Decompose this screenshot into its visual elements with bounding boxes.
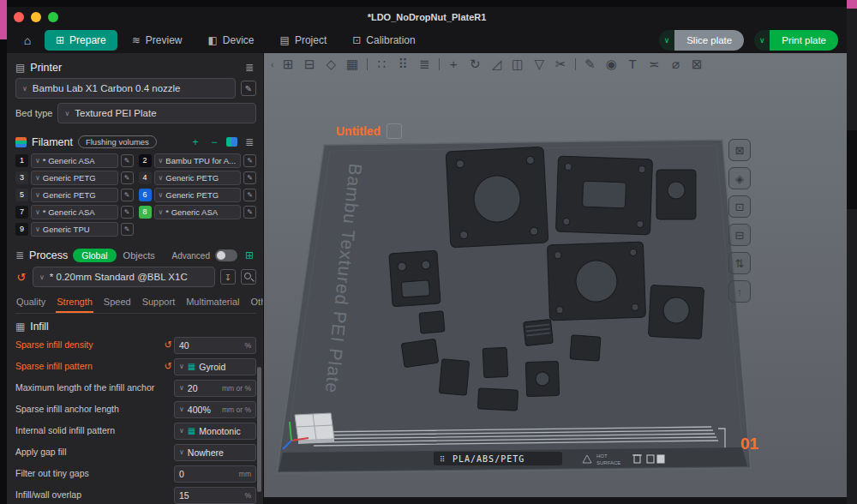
printer-settings-icon[interactable]: ≣	[243, 62, 256, 74]
model-small-part[interactable]	[439, 359, 469, 396]
param-select[interactable]: ∨Nowhere	[174, 444, 256, 461]
lay-on-face-icon[interactable]: ▽	[529, 53, 550, 75]
split-to-parts-icon[interactable]: ⠿	[393, 53, 414, 75]
process-objects-tab[interactable]: Objects	[123, 250, 155, 261]
param-tab-strength[interactable]: Strength	[56, 295, 93, 313]
close-button[interactable]	[14, 12, 24, 22]
model-flat-plate[interactable]	[555, 156, 652, 235]
plate-move-down-icon[interactable]: ⇅	[728, 252, 751, 274]
auto-orient-icon[interactable]: ◇	[321, 53, 342, 75]
filament-color-badge[interactable]: 6	[139, 189, 152, 201]
filament-select[interactable]: ∨* Generic ASA	[154, 205, 242, 219]
filament-select[interactable]: ∨Bambu TPU for A...	[154, 153, 242, 168]
model-small-part[interactable]	[570, 335, 601, 361]
remove-filament-icon[interactable]: −	[207, 136, 221, 148]
param-select[interactable]: ∨20mm or %	[174, 380, 256, 397]
move-icon[interactable]: +	[443, 53, 464, 75]
param-tab-multimaterial[interactable]: Multimaterial	[185, 295, 240, 313]
filament-edit-icon[interactable]: ✎	[121, 154, 134, 167]
scale-icon[interactable]: ◿	[486, 53, 507, 75]
filament-color-badge[interactable]: 5	[15, 189, 28, 201]
filament-select[interactable]: ∨Generic PETG	[31, 188, 118, 202]
filament-color-badge[interactable]: 9	[15, 223, 28, 236]
filament-select[interactable]: ∨Generic PETG	[154, 188, 242, 202]
plate-orient-icon[interactable]: ◈	[728, 167, 751, 189]
assembly-icon[interactable]: ⊠	[686, 53, 708, 75]
printer-select[interactable]: ∨ Bambu Lab X1 Carbon 0.4 nozzle	[15, 78, 236, 99]
filament-select[interactable]: ∨Generic PETG	[31, 171, 118, 185]
print-dropdown-chevron-icon[interactable]: ∨	[754, 30, 770, 51]
height-range-icon[interactable]: ≍	[644, 53, 665, 75]
filament-select[interactable]: ∨* Generic ASA	[31, 153, 118, 168]
tab-device[interactable]: ◧Device	[197, 30, 266, 51]
build-plate-scene[interactable]: Bambu Textured PEI Plate	[264, 53, 847, 497]
model-motor-plate-1[interactable]	[446, 147, 548, 248]
param-input[interactable]: 40%	[174, 337, 256, 354]
param-input[interactable]: 0mm	[174, 465, 256, 483]
model-bracket-right[interactable]	[648, 285, 704, 339]
add-filament-icon[interactable]: +	[189, 136, 202, 148]
tab-preview[interactable]: ≋Preview	[121, 30, 194, 51]
model-motor-plate-2[interactable]	[547, 242, 645, 321]
filament-edit-icon[interactable]: ✎	[121, 189, 134, 201]
seam-painting-icon[interactable]: ◉	[601, 53, 622, 75]
measure-icon[interactable]: ⌀	[665, 53, 686, 75]
model-bracket-left[interactable]	[389, 250, 440, 307]
split-to-objects-icon[interactable]: ∷	[371, 53, 393, 75]
plate-name-edit-icon[interactable]: ✎	[387, 123, 402, 139]
viewport-3d[interactable]: ‹ ⊞⊟◇▦∷⠿≣+↻◿◫▽✂✎◉T≍⌀⊠ Untitled ✎ Bambu T…	[264, 53, 847, 504]
plate-move-up-icon[interactable]: ↑	[728, 280, 751, 303]
toolbar-scroll-left-icon[interactable]: ‹	[271, 59, 274, 69]
slice-plate-button[interactable]: Slice plate	[674, 30, 744, 51]
filament-edit-icon[interactable]: ✎	[243, 154, 256, 167]
param-tab-quality[interactable]: Quality	[15, 295, 46, 313]
filament-color-badge[interactable]: 2	[139, 154, 152, 167]
filament-edit-icon[interactable]: ✎	[121, 223, 134, 236]
arrange-icon[interactable]: ▦	[342, 53, 363, 75]
ams-sync-icon[interactable]	[226, 137, 237, 147]
add-plate-icon[interactable]: ⊟	[299, 53, 321, 75]
add-object-icon[interactable]: ⊞	[278, 53, 299, 75]
zoom-button[interactable]	[48, 12, 58, 22]
minimize-button[interactable]	[31, 12, 41, 22]
sidebar-scrollbar[interactable]	[257, 367, 261, 492]
model-small-part[interactable]	[525, 361, 559, 396]
param-select[interactable]: ∨400%mm or %	[174, 401, 256, 418]
filament-edit-icon[interactable]: ✎	[243, 171, 256, 184]
model-small-part[interactable]	[419, 311, 445, 333]
model-ribbed-part[interactable]	[524, 319, 554, 345]
slice-dropdown-chevron-icon[interactable]: ∨	[659, 30, 674, 51]
param-tab-others[interactable]: Others	[250, 295, 264, 313]
text-tool-icon[interactable]: T	[622, 53, 644, 75]
filament-edit-icon[interactable]: ✎	[121, 171, 134, 184]
model-small-plate[interactable]	[656, 170, 696, 219]
reset-icon[interactable]: ↺	[162, 361, 174, 372]
model-small-part[interactable]	[477, 388, 518, 411]
printer-edit-icon[interactable]: ✎	[241, 81, 256, 96]
variable-layer-height-icon[interactable]: ≣	[414, 53, 435, 75]
mirror-icon[interactable]: ◫	[507, 53, 529, 75]
preset-reset-icon[interactable]: ↺	[15, 271, 27, 284]
tab-prepare[interactable]: ⊞Prepare	[45, 30, 117, 51]
plate-fit-icon[interactable]: ⊠	[728, 139, 751, 161]
bed-type-select[interactable]: ∨ Textured PEI Plate	[57, 103, 256, 123]
filament-color-badge[interactable]: 7	[15, 206, 28, 219]
filament-color-badge[interactable]: 1	[15, 154, 28, 167]
param-select[interactable]: ∨▦Monotonic	[174, 423, 256, 440]
plate-settings-icon[interactable]: ⊟	[728, 224, 751, 246]
filament-color-badge[interactable]: 8	[139, 206, 152, 219]
cut-icon[interactable]: ✂	[550, 53, 572, 75]
filament-edit-icon[interactable]: ✎	[243, 206, 256, 219]
filament-color-badge[interactable]: 4	[139, 171, 152, 184]
model-small-part[interactable]	[401, 339, 439, 367]
flushing-volumes-button[interactable]: Flushing volumes	[78, 135, 157, 148]
filament-select[interactable]: ∨Generic PETG	[154, 171, 242, 185]
filament-select[interactable]: ∨Generic TPU	[31, 222, 118, 237]
filament-settings-icon[interactable]: ≣	[243, 136, 256, 148]
filament-edit-icon[interactable]: ✎	[243, 189, 256, 201]
home-icon[interactable]: ⌂	[15, 30, 39, 51]
print-plate-button[interactable]: Print plate	[770, 30, 838, 51]
save-preset-icon[interactable]: ↧	[220, 269, 236, 285]
filament-edit-icon[interactable]: ✎	[121, 206, 134, 219]
param-select[interactable]: ∨▦Gyroid	[174, 358, 256, 375]
